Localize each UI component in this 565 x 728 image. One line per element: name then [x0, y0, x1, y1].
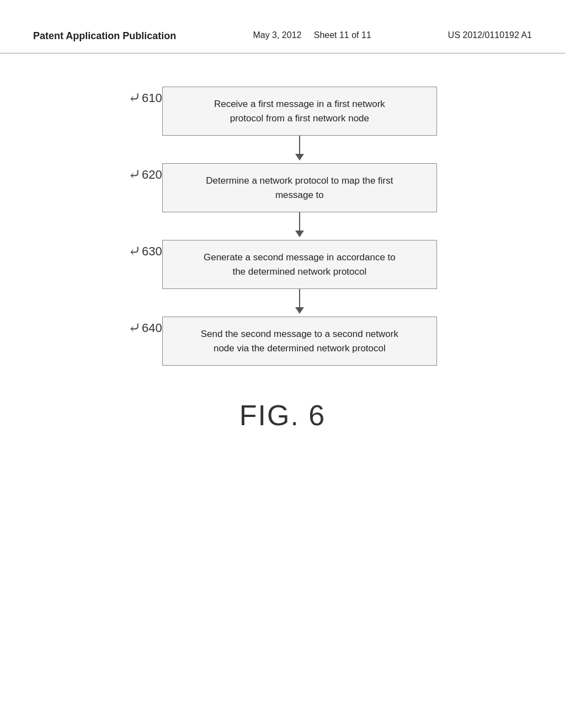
- arrow-1-line: [299, 136, 300, 155]
- step-640-box: Send the second message to a second netw…: [162, 317, 437, 366]
- arrow-2-line: [299, 212, 300, 232]
- step-610-number-area: ⤶ 610: [128, 87, 162, 107]
- arrow-2: [128, 212, 437, 240]
- arrow-3-head: [295, 307, 304, 314]
- arrow-3: [128, 289, 437, 317]
- arrow-1: [128, 136, 437, 163]
- step-620-number: 620: [142, 168, 162, 182]
- step-640-number-area: ⤶ 640: [128, 317, 162, 337]
- step-620-container: ⤶ 620 Determine a network protocol to ma…: [128, 163, 437, 212]
- bracket-630-curve: ⤶: [128, 242, 141, 260]
- page: Patent Application Publication May 3, 20…: [0, 0, 565, 728]
- step-630-container: ⤶ 630 Generate a second message in accor…: [128, 240, 437, 289]
- publication-title: Patent Application Publication: [33, 30, 176, 42]
- step-620-box: Determine a network protocol to map the …: [162, 163, 437, 212]
- figure-label: FIG. 6: [239, 399, 326, 432]
- diagram-area: ⤶ 610 Receive a first message in a first…: [0, 53, 565, 454]
- step-630-text: Generate a second message in accordance …: [204, 250, 396, 279]
- step-610-text: Receive a first message in a first netwo…: [214, 97, 385, 125]
- bracket-610-curve: ⤶: [128, 89, 141, 107]
- step-610-container: ⤶ 610 Receive a first message in a first…: [128, 87, 437, 136]
- header: Patent Application Publication May 3, 20…: [0, 0, 565, 53]
- step-640-text: Send the second message to a second netw…: [201, 327, 398, 355]
- bracket-640-curve: ⤶: [128, 319, 141, 337]
- arrow-1-head: [295, 154, 304, 160]
- sheet-info: Sheet 11 of 11: [314, 30, 371, 40]
- step-640-container: ⤶ 640 Send the second message to a secon…: [128, 317, 437, 366]
- step-620-number-area: ⤶ 620: [128, 163, 162, 184]
- step-630-number: 630: [142, 244, 162, 259]
- publication-date: May 3, 2012: [253, 30, 301, 40]
- step-610-box: Receive a first message in a first netwo…: [162, 87, 437, 136]
- step-630-box: Generate a second message in accordance …: [162, 240, 437, 289]
- arrow-2-head: [295, 231, 304, 237]
- bracket-620-curve: ⤶: [128, 165, 141, 184]
- step-640-number: 640: [142, 321, 162, 335]
- step-630-number-area: ⤶ 630: [128, 240, 162, 260]
- publication-number: US 2012/0110192 A1: [448, 30, 532, 40]
- arrow-3-line: [299, 289, 300, 308]
- publication-date-sheet: May 3, 2012 Sheet 11 of 11: [253, 30, 371, 40]
- step-610-number: 610: [142, 91, 162, 105]
- step-620-text: Determine a network protocol to map the …: [206, 174, 393, 202]
